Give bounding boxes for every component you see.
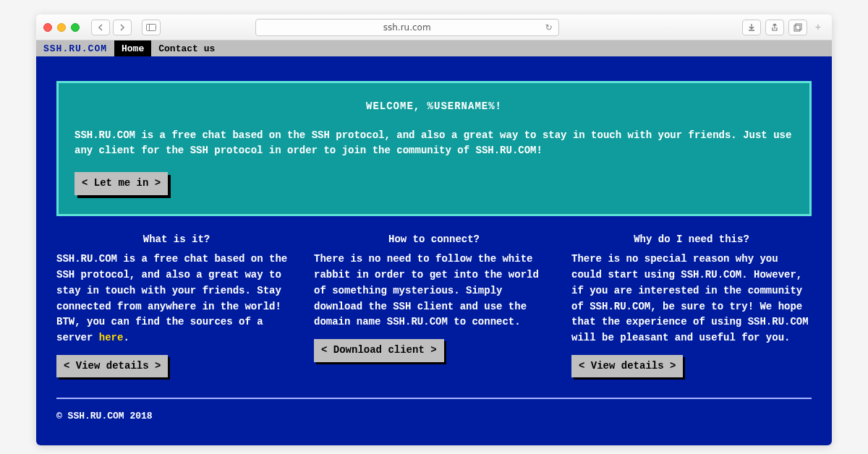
column-title: What is it? [56,232,297,248]
browser-window: ssh.ru.com ↻ + SSH.RU.COM Home Contact u… [36,14,832,445]
page-content: WELCOME, %USERNAME%! SSH.RU.COM is a fre… [36,56,832,445]
reload-icon[interactable]: ↻ [545,22,553,33]
back-button[interactable] [91,20,110,35]
hero-title: WELCOME, %USERNAME%! [75,99,793,115]
hero-section: WELCOME, %USERNAME%! SSH.RU.COM is a fre… [56,81,812,216]
close-window-button[interactable] [43,23,52,32]
column-what-is-it: What is it? SSH.RU.COM is a free chat ba… [56,232,297,378]
svg-rect-2 [794,25,800,31]
download-client-button[interactable]: < Download client > [314,339,444,362]
nav-buttons [91,20,132,35]
column-why-need: Why do I need this? There is no special … [571,232,812,378]
column-title: How to connect? [314,232,554,248]
site-brand[interactable]: SSH.RU.COM [36,40,114,56]
column-body: There is no need to follow the white rab… [314,252,554,330]
minimize-window-button[interactable] [57,23,66,32]
site-menubar: SSH.RU.COM Home Contact us [36,40,832,56]
sidebar-toggle-button[interactable] [142,20,161,35]
share-button[interactable] [765,20,784,35]
column-title: Why do I need this? [571,232,812,248]
view-details-button-2[interactable]: < View details > [571,355,683,378]
let-me-in-button[interactable]: < Let me in > [75,172,168,195]
address-text: ssh.ru.com [383,22,431,33]
new-tab-button[interactable]: + [812,20,825,35]
forward-button[interactable] [113,20,132,35]
column-body: There is no special reason why you could… [571,252,812,346]
toolbar-right: + [742,20,825,35]
svg-rect-0 [147,24,156,30]
menu-item-home[interactable]: Home [114,40,151,56]
svg-rect-3 [796,24,801,30]
hero-body: SSH.RU.COM is a free chat based on the S… [75,128,793,159]
browser-titlebar: ssh.ru.com ↻ + [36,14,832,40]
fullscreen-window-button[interactable] [71,23,80,32]
menu-item-contact[interactable]: Contact us [151,40,222,56]
column-body: SSH.RU.COM is a free chat based on the S… [56,252,297,346]
view-details-button[interactable]: < View details > [56,355,168,378]
source-link[interactable]: here [99,332,124,343]
tabs-button[interactable] [788,20,807,35]
info-columns: What is it? SSH.RU.COM is a free chat ba… [56,232,812,378]
address-bar[interactable]: ssh.ru.com ↻ [255,19,559,36]
column-how-to-connect: How to connect? There is no need to foll… [314,232,554,378]
downloads-button[interactable] [742,20,761,35]
separator [56,398,812,399]
page-body: SSH.RU.COM Home Contact us WELCOME, %USE… [36,40,832,445]
hero-panel: WELCOME, %USERNAME%! SSH.RU.COM is a fre… [56,81,812,216]
window-controls [43,23,80,32]
footer-text: © SSH.RU.COM 2018 [56,409,812,424]
